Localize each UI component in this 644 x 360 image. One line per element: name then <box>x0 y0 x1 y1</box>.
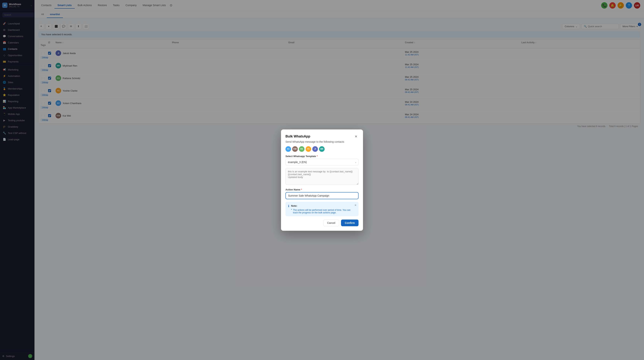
required-star: * <box>317 155 318 158</box>
contact-chip: KW <box>292 146 298 152</box>
action-name-label: Action Name * <box>286 188 358 191</box>
modal-title: Bulk WhatsApp <box>286 135 310 138</box>
message-preview-textarea[interactable] <box>286 168 358 185</box>
contact-chip: XC <box>286 146 291 152</box>
note-title: Note: <box>291 204 297 207</box>
action-name-input[interactable] <box>286 192 358 199</box>
contact-chip: YC <box>306 146 311 152</box>
note-text: The actions will be performed over perio… <box>293 209 356 214</box>
modal-close-button[interactable]: ✕ <box>353 134 358 139</box>
info-icon: ℹ <box>288 204 289 208</box>
cancel-button[interactable]: Cancel <box>323 220 339 226</box>
contact-chip: RS <box>299 146 304 152</box>
template-label: Select Whatsapp Template * <box>286 155 358 158</box>
required-star-action: * <box>301 188 302 191</box>
modal-footer: Cancel Confirm <box>286 220 358 226</box>
bulk-whatsapp-modal: Bulk WhatsApp ✕ Send WhatsApp message to… <box>281 129 363 231</box>
template-select[interactable]: example_3 (EN) example_1 (EN) example_2 … <box>286 159 358 165</box>
contact-chips: XC KW RS YC JI MR <box>286 146 358 152</box>
note-close-button[interactable]: ✕ <box>354 204 357 207</box>
note-content: Note: • The actions will be performed ov… <box>291 204 356 214</box>
modal-overlay[interactable]: Bulk WhatsApp ✕ Send WhatsApp message to… <box>0 0 644 360</box>
template-select-wrapper: example_3 (EN) example_1 (EN) example_2 … <box>286 159 358 165</box>
confirm-button[interactable]: Confirm <box>341 220 358 226</box>
contact-chip: MR <box>319 146 324 152</box>
modal-header: Bulk WhatsApp ✕ <box>286 134 358 139</box>
modal-subtitle: Send WhatsApp message to the following c… <box>286 140 358 143</box>
note-box: ℹ Note: • The actions will be performed … <box>286 202 358 216</box>
contact-chip: JI <box>312 146 318 152</box>
